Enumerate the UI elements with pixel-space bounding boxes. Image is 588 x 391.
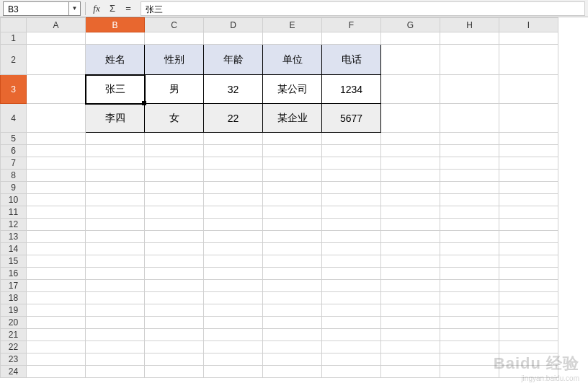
cell-C15[interactable] (145, 255, 204, 268)
cell-H2[interactable] (440, 45, 499, 75)
cell-E20[interactable] (263, 317, 322, 329)
cell-G18[interactable] (381, 292, 440, 304)
spreadsheet-grid[interactable]: ABCDEFGHI12姓名性别年龄单位电话3张三男32某公司12344李四女22… (0, 17, 588, 391)
cell-E16[interactable] (263, 268, 322, 280)
row-header-3[interactable]: 3 (1, 75, 27, 104)
cell-G19[interactable] (381, 304, 440, 317)
row-header-22[interactable]: 22 (1, 341, 27, 353)
cell-B10[interactable] (86, 194, 145, 206)
cell-G20[interactable] (381, 317, 440, 329)
cell-A13[interactable] (27, 231, 86, 243)
cell-I12[interactable] (499, 219, 558, 231)
cell-D5[interactable] (204, 133, 263, 145)
cell-A16[interactable] (27, 268, 86, 280)
cell-I20[interactable] (499, 317, 558, 329)
cell-B3[interactable]: 张三 (86, 75, 145, 104)
cell-I16[interactable] (499, 268, 558, 280)
cell-G5[interactable] (381, 133, 440, 145)
column-header-C[interactable]: C (145, 18, 204, 32)
cell-G14[interactable] (381, 243, 440, 255)
cell-E9[interactable] (263, 182, 322, 194)
cell-D14[interactable] (204, 243, 263, 255)
cell-G21[interactable] (381, 329, 440, 341)
cell-H3[interactable] (440, 75, 499, 104)
cell-D23[interactable] (204, 353, 263, 366)
cell-E15[interactable] (263, 255, 322, 268)
cell-A19[interactable] (27, 304, 86, 317)
cell-E19[interactable] (263, 304, 322, 317)
cell-F15[interactable] (322, 255, 381, 268)
column-header-D[interactable]: D (204, 18, 263, 32)
cell-H6[interactable] (440, 145, 499, 157)
cell-H20[interactable] (440, 317, 499, 329)
cell-F8[interactable] (322, 170, 381, 182)
cell-E2[interactable]: 单位 (263, 45, 322, 75)
cell-C2[interactable]: 性别 (145, 45, 204, 75)
cell-A2[interactable] (27, 45, 86, 75)
cell-E21[interactable] (263, 329, 322, 341)
column-header-F[interactable]: F (322, 18, 381, 32)
row-header-17[interactable]: 17 (1, 280, 27, 292)
cell-G7[interactable] (381, 157, 440, 170)
select-all-corner[interactable] (1, 18, 27, 32)
cell-B20[interactable] (86, 317, 145, 329)
row-header-12[interactable]: 12 (1, 219, 27, 231)
cell-E23[interactable] (263, 353, 322, 366)
cell-I13[interactable] (499, 231, 558, 243)
cell-H24[interactable] (440, 366, 499, 378)
row-header-7[interactable]: 7 (1, 157, 27, 170)
cell-A23[interactable] (27, 353, 86, 366)
cell-D8[interactable] (204, 170, 263, 182)
row-header-15[interactable]: 15 (1, 255, 27, 268)
row-header-9[interactable]: 9 (1, 182, 27, 194)
cell-E7[interactable] (263, 157, 322, 170)
cell-B21[interactable] (86, 329, 145, 341)
cell-B17[interactable] (86, 280, 145, 292)
cell-G1[interactable] (381, 32, 440, 45)
cell-C10[interactable] (145, 194, 204, 206)
cell-A7[interactable] (27, 157, 86, 170)
cell-C9[interactable] (145, 182, 204, 194)
cell-B8[interactable] (86, 170, 145, 182)
cell-G24[interactable] (381, 366, 440, 378)
cell-F6[interactable] (322, 145, 381, 157)
cell-A4[interactable] (27, 104, 86, 133)
cell-A12[interactable] (27, 219, 86, 231)
cell-F16[interactable] (322, 268, 381, 280)
cell-H8[interactable] (440, 170, 499, 182)
cell-B4[interactable]: 李四 (86, 104, 145, 133)
cell-F24[interactable] (322, 366, 381, 378)
cell-I23[interactable] (499, 353, 558, 366)
cell-E3[interactable]: 某公司 (263, 75, 322, 104)
cell-B19[interactable] (86, 304, 145, 317)
cell-A22[interactable] (27, 341, 86, 353)
cell-F14[interactable] (322, 243, 381, 255)
cell-A8[interactable] (27, 170, 86, 182)
cell-I18[interactable] (499, 292, 558, 304)
cell-A1[interactable] (27, 32, 86, 45)
cell-C17[interactable] (145, 280, 204, 292)
cell-C6[interactable] (145, 145, 204, 157)
cell-H14[interactable] (440, 243, 499, 255)
cell-B16[interactable] (86, 268, 145, 280)
cell-H9[interactable] (440, 182, 499, 194)
cell-I5[interactable] (499, 133, 558, 145)
cell-D16[interactable] (204, 268, 263, 280)
cell-D10[interactable] (204, 194, 263, 206)
row-header-19[interactable]: 19 (1, 304, 27, 317)
cell-C12[interactable] (145, 219, 204, 231)
column-header-H[interactable]: H (440, 18, 499, 32)
cell-I4[interactable] (499, 104, 558, 133)
cell-A18[interactable] (27, 292, 86, 304)
column-header-G[interactable]: G (381, 18, 440, 32)
cell-H13[interactable] (440, 231, 499, 243)
cell-B2[interactable]: 姓名 (86, 45, 145, 75)
column-header-I[interactable]: I (499, 18, 558, 32)
cell-I3[interactable] (499, 75, 558, 104)
cell-C3[interactable]: 男 (145, 75, 204, 104)
cell-H15[interactable] (440, 255, 499, 268)
cell-B18[interactable] (86, 292, 145, 304)
cell-D3[interactable]: 32 (204, 75, 263, 104)
cell-D17[interactable] (204, 280, 263, 292)
cell-I8[interactable] (499, 170, 558, 182)
